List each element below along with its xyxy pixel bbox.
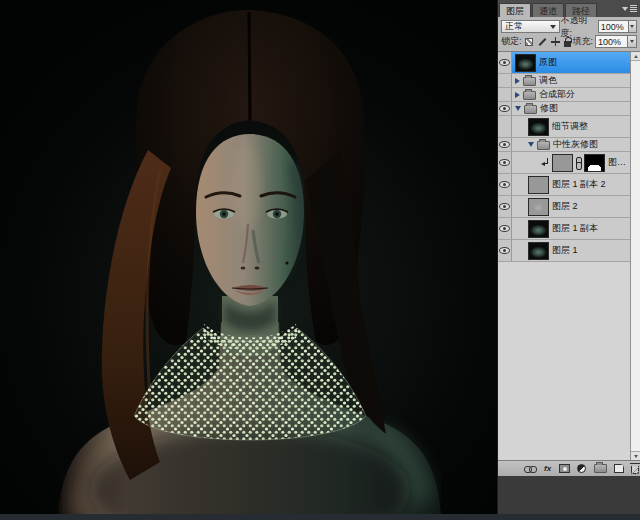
layers-list: 原图调色合成部分修图细节调整中性灰修图图层 1 ...图层 1 副本 2图层 2… [498, 52, 640, 460]
layer-thumbnail[interactable] [528, 220, 549, 238]
group-row[interactable]: 中性灰修图 [498, 138, 630, 152]
lock-transparency-icon[interactable] [525, 38, 533, 46]
layer-thumbnail[interactable] [528, 118, 549, 136]
lock-label: 锁定: [501, 35, 522, 48]
visibility-toggle[interactable] [498, 74, 512, 87]
visibility-toggle[interactable] [498, 152, 512, 173]
eye-icon [499, 181, 510, 188]
chevron-down-icon [550, 25, 556, 29]
visibility-toggle[interactable] [498, 174, 512, 195]
visibility-toggle[interactable] [498, 88, 512, 101]
eye-icon [499, 159, 510, 166]
eye-icon [499, 247, 510, 254]
layer-mask-thumbnail[interactable] [584, 154, 605, 172]
layer-name[interactable]: 细节调整 [552, 120, 590, 133]
lock-position-icon[interactable] [551, 37, 560, 46]
eye-icon [499, 59, 510, 66]
tab-channels[interactable]: 通道 [532, 3, 564, 17]
layer-name[interactable]: 图层 1 副本 2 [552, 178, 608, 191]
layer-row[interactable]: 图层 1 ... [498, 152, 630, 174]
layer-thumbnail[interactable] [552, 154, 573, 172]
visibility-toggle[interactable] [498, 102, 512, 115]
photoshop-workspace: 图层 通道 路径 正常 不透明度: 100% 锁定: [0, 0, 640, 520]
group-row[interactable]: 合成部分 [498, 88, 630, 102]
mask-link-icon[interactable] [576, 157, 581, 169]
blend-mode-value: 正常 [505, 20, 523, 33]
eye-icon [499, 141, 510, 148]
visibility-toggle[interactable] [498, 52, 512, 73]
layer-row[interactable]: 图层 2 [498, 196, 630, 218]
group-folder-icon [523, 77, 536, 86]
visibility-toggle[interactable] [498, 240, 512, 261]
layer-name[interactable]: 图层 1 [552, 244, 580, 257]
layer-name[interactable]: 图层 2 [552, 200, 580, 213]
layer-controls: 正常 不透明度: 100% 锁定: 填充: 100% [498, 17, 640, 52]
visibility-toggle[interactable] [498, 196, 512, 217]
layer-row[interactable]: 细节调整 [498, 116, 630, 138]
eye-icon [499, 225, 510, 232]
layer-row[interactable]: 图层 1 副本 2 [498, 174, 630, 196]
expand-triangle-icon[interactable] [515, 78, 520, 84]
group-row[interactable]: 修图 [498, 102, 630, 116]
layer-name[interactable]: 图层 1 副本 [552, 222, 600, 235]
layer-name[interactable]: 合成部分 [539, 88, 577, 101]
collapse-triangle-icon[interactable] [528, 142, 534, 147]
layer-style-icon[interactable]: fx [543, 463, 552, 475]
panel-tab-bar: 图层 通道 路径 [498, 0, 640, 17]
layers-panel: 图层 通道 路径 正常 不透明度: 100% 锁定: [497, 0, 640, 520]
eye-icon [499, 105, 510, 112]
layer-name[interactable]: 原图 [539, 56, 559, 69]
layers-panel-footer: fx [498, 460, 640, 476]
layer-row[interactable]: 图层 1 [498, 240, 630, 262]
layer-thumbnail[interactable] [528, 242, 549, 260]
layer-row[interactable]: 原图 [498, 52, 630, 74]
layer-thumbnail[interactable] [515, 54, 536, 72]
visibility-toggle[interactable] [498, 138, 512, 151]
collapse-triangle-icon[interactable] [515, 106, 521, 111]
fill-label: 填充: [572, 35, 593, 48]
visibility-toggle[interactable] [498, 218, 512, 239]
group-folder-icon [523, 91, 536, 100]
visibility-toggle[interactable] [498, 116, 512, 137]
layer-name[interactable]: 图层 1 ... [608, 156, 630, 169]
layers-scrollbar[interactable] [630, 52, 640, 460]
group-folder-icon [537, 141, 550, 150]
document-canvas[interactable] [0, 0, 497, 514]
layer-thumbnail[interactable] [528, 198, 549, 216]
tab-layers[interactable]: 图层 [499, 3, 531, 17]
scroll-down-icon[interactable] [631, 451, 640, 460]
link-layers-icon[interactable] [524, 463, 536, 475]
group-folder-icon [524, 105, 537, 114]
panel-menu-icon[interactable] [621, 3, 637, 14]
blend-mode-select[interactable]: 正常 [501, 20, 560, 33]
new-layer-icon[interactable] [614, 463, 624, 475]
clipping-mask-arrow-icon [541, 158, 549, 167]
opacity-slider-button[interactable] [629, 20, 637, 33]
add-mask-icon[interactable] [559, 463, 570, 475]
adjustment-layer-icon[interactable] [577, 463, 586, 475]
new-group-icon[interactable] [594, 463, 607, 475]
fill-slider-button[interactable] [628, 35, 637, 48]
layer-name[interactable]: 修图 [540, 102, 560, 115]
layer-row[interactable]: 图层 1 副本 [498, 218, 630, 240]
lock-all-icon[interactable] [564, 41, 571, 47]
fill-field[interactable]: 100% [595, 35, 628, 48]
layer-thumbnail[interactable] [528, 176, 549, 194]
bottom-edge-strip [0, 514, 640, 520]
expand-triangle-icon[interactable] [515, 92, 520, 98]
panel-resize-grip[interactable] [631, 467, 639, 475]
tab-paths[interactable]: 路径 [565, 3, 597, 17]
beauty-mark [285, 261, 288, 264]
scroll-up-icon[interactable] [631, 52, 640, 61]
layer-name[interactable]: 调色 [539, 74, 559, 87]
lock-pixels-icon[interactable] [537, 37, 547, 47]
portrait-photo [0, 0, 497, 514]
layer-name[interactable]: 中性灰修图 [553, 138, 600, 151]
eye-icon [499, 203, 510, 210]
opacity-field[interactable]: 100% [598, 20, 629, 33]
group-row[interactable]: 调色 [498, 74, 630, 88]
